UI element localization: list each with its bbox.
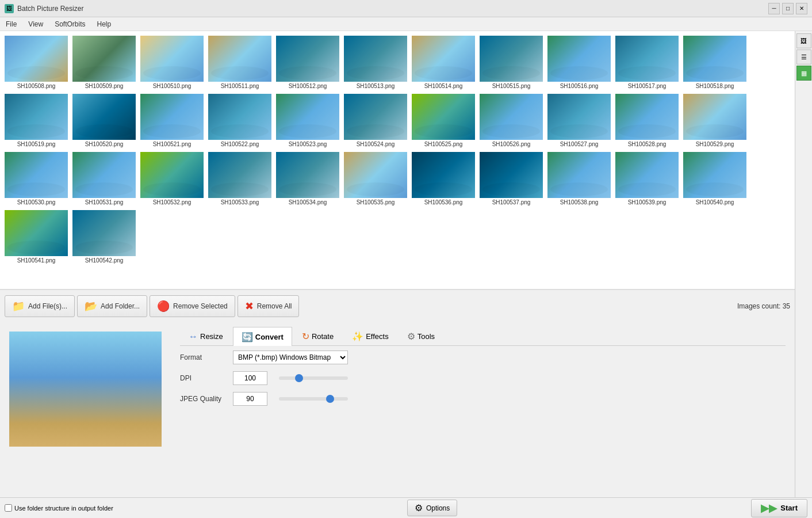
list-item[interactable]: SH100540.png bbox=[681, 150, 749, 208]
thumb-label: SH100521.png bbox=[140, 141, 204, 147]
thumb-label: SH100522.png bbox=[208, 141, 271, 147]
list-item[interactable]: SH100534.png bbox=[274, 150, 342, 208]
maximize-button[interactable]: □ bbox=[782, 3, 794, 14]
close-button[interactable]: ✕ bbox=[796, 3, 807, 14]
dpi-slider-thumb[interactable] bbox=[295, 374, 303, 382]
app-title: Batch Picture Resizer bbox=[17, 5, 765, 13]
list-item[interactable]: SH100537.png bbox=[477, 150, 545, 208]
menu-softorbits[interactable]: SoftOrbits bbox=[49, 17, 91, 31]
svg-point-63 bbox=[618, 182, 676, 196]
remove-selected-button[interactable]: 🔴 Remove Selected bbox=[150, 295, 235, 317]
jpeg-slider-track bbox=[279, 397, 348, 401]
list-item[interactable]: SH100523.png bbox=[274, 92, 342, 150]
thumb-label: SH100537.png bbox=[480, 199, 543, 205]
list-item[interactable]: SH100520.png bbox=[70, 92, 138, 150]
thumb-label: SH100533.png bbox=[208, 199, 271, 205]
svg-point-53 bbox=[279, 182, 336, 196]
list-item[interactable]: SH100530.png bbox=[2, 150, 70, 208]
list-item[interactable]: SH100510.png bbox=[138, 33, 206, 92]
add-files-button[interactable]: 📁 Add File(s)... bbox=[5, 295, 75, 317]
list-item[interactable]: SH100511.png bbox=[206, 33, 274, 92]
thumb-label: SH100523.png bbox=[276, 141, 339, 147]
thumb-label: SH100525.png bbox=[412, 141, 475, 147]
svg-point-35 bbox=[415, 124, 472, 138]
svg-point-49 bbox=[143, 182, 201, 196]
list-item[interactable]: SH100512.png bbox=[274, 33, 342, 92]
list-item[interactable]: SH100509.png bbox=[70, 33, 138, 92]
view-grid-button[interactable]: ▦ bbox=[796, 66, 811, 81]
minimize-button[interactable]: ─ bbox=[768, 3, 780, 14]
list-item[interactable]: SH100514.png bbox=[409, 33, 477, 92]
svg-point-1 bbox=[7, 66, 65, 80]
list-item[interactable]: SH100526.png bbox=[477, 92, 545, 150]
options-button[interactable]: ⚙ Options bbox=[407, 500, 457, 516]
folder-structure-label: Use folder structure in output folder bbox=[14, 505, 113, 512]
format-select[interactable]: BMP (*.bmp) Windows Bitmap JPEG (*.jpg) … bbox=[233, 351, 348, 364]
list-item[interactable]: SH100525.png bbox=[409, 92, 477, 150]
list-item[interactable]: SH100516.png bbox=[545, 33, 613, 92]
list-item[interactable]: SH100515.png bbox=[477, 33, 545, 92]
svg-point-65 bbox=[686, 182, 744, 196]
svg-point-7 bbox=[211, 66, 269, 80]
tab-effects[interactable]: ✨ Effects bbox=[343, 327, 397, 345]
svg-point-15 bbox=[482, 66, 540, 80]
right-toolbar: 🖼 ☰ ▦ bbox=[795, 31, 812, 518]
images-count: Images count: 35 bbox=[737, 302, 790, 310]
svg-point-31 bbox=[279, 124, 336, 138]
gallery-grid[interactable]: SH100508.png SH100509.png SH100510.png S… bbox=[0, 31, 795, 289]
list-item[interactable]: SH100508.png bbox=[2, 33, 70, 92]
list-item[interactable]: SH100529.png bbox=[681, 92, 749, 150]
start-button[interactable]: ▶▶ Start bbox=[751, 499, 795, 517]
menu-file[interactable]: File bbox=[0, 17, 22, 31]
list-item[interactable]: SH100533.png bbox=[206, 150, 274, 208]
thumb-label: SH100519.png bbox=[5, 141, 68, 147]
list-item[interactable]: SH100519.png bbox=[2, 92, 70, 150]
tab-tools[interactable]: ⚙ Tools bbox=[399, 327, 443, 345]
list-item[interactable]: SH100513.png bbox=[342, 33, 409, 92]
view-list-button[interactable]: ☰ bbox=[796, 49, 811, 64]
dpi-label: DPI bbox=[180, 374, 226, 382]
format-row: Format BMP (*.bmp) Windows Bitmap JPEG (… bbox=[180, 351, 786, 364]
jpeg-quality-input[interactable] bbox=[233, 392, 267, 406]
list-item[interactable]: SH100539.png bbox=[613, 150, 681, 208]
thumb-label: SH100532.png bbox=[140, 199, 204, 205]
svg-point-17 bbox=[550, 66, 608, 80]
list-item[interactable]: SH100542.png bbox=[70, 208, 138, 266]
tab-rotate[interactable]: ↻ Rotate bbox=[293, 327, 342, 345]
list-item[interactable]: SH100535.png bbox=[342, 150, 409, 208]
remove-all-button[interactable]: ✖ Remove All bbox=[238, 295, 300, 317]
folder-structure-checkbox[interactable] bbox=[5, 504, 12, 512]
list-item[interactable]: SH100541.png bbox=[2, 208, 70, 266]
list-item[interactable]: SH100517.png bbox=[613, 33, 681, 92]
list-item[interactable]: SH100531.png bbox=[70, 150, 138, 208]
tab-resize[interactable]: ↔ Resize bbox=[180, 327, 232, 345]
bottom-row: Use folder structure in output folder ⚙ … bbox=[0, 497, 795, 518]
list-item[interactable]: SH100538.png bbox=[545, 150, 613, 208]
svg-point-33 bbox=[347, 124, 404, 138]
add-folder-button[interactable]: 📂 Add Folder... bbox=[77, 295, 147, 317]
action-bar: 📁 Add File(s)... 📂 Add Folder... 🔴 Remov… bbox=[0, 289, 795, 322]
view-thumbnails-button[interactable]: 🖼 bbox=[796, 33, 811, 48]
list-item[interactable]: SH100522.png bbox=[206, 92, 274, 150]
dpi-input[interactable] bbox=[233, 371, 267, 385]
svg-point-27 bbox=[143, 124, 201, 138]
list-item[interactable]: SH100527.png bbox=[545, 92, 613, 150]
thumb-label: SH100534.png bbox=[276, 199, 339, 205]
list-item[interactable]: SH100524.png bbox=[342, 92, 409, 150]
svg-point-59 bbox=[482, 182, 540, 196]
thumb-label: SH100514.png bbox=[412, 83, 475, 89]
list-item[interactable]: SH100536.png bbox=[409, 150, 477, 208]
list-item[interactable]: SH100528.png bbox=[613, 92, 681, 150]
jpeg-slider-thumb[interactable] bbox=[326, 395, 334, 403]
settings-area: ↔ Resize 🔄 Convert ↻ Rotate ✨ bbox=[171, 322, 795, 501]
tab-convert[interactable]: 🔄 Convert bbox=[233, 327, 292, 346]
jpeg-quality-row: JPEG Quality bbox=[180, 392, 786, 406]
list-item[interactable]: SH100521.png bbox=[138, 92, 206, 150]
menu-help[interactable]: Help bbox=[91, 17, 117, 31]
svg-point-43 bbox=[686, 124, 744, 138]
thumb-label: SH100513.png bbox=[344, 83, 407, 89]
list-item[interactable]: SH100518.png bbox=[681, 33, 749, 92]
menu-view[interactable]: View bbox=[22, 17, 49, 31]
list-item[interactable]: SH100532.png bbox=[138, 150, 206, 208]
thumb-label: SH100541.png bbox=[5, 257, 68, 264]
